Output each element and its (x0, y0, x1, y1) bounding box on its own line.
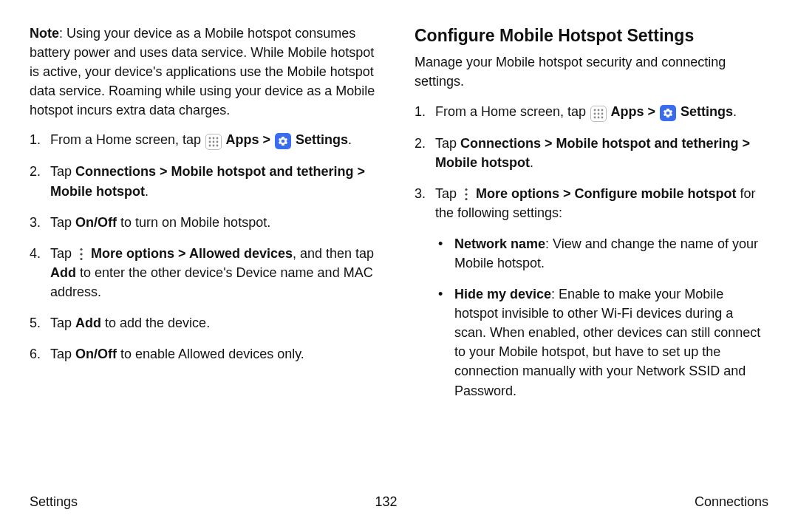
bold: Add (50, 265, 76, 280)
left-step-3: Tap On/Off to turn on Mobile hotspot. (30, 213, 383, 232)
text: : Enable to make your Mobile hotspot inv… (454, 287, 760, 398)
apps-icon (205, 134, 222, 150)
note-paragraph: Note: Using your device as a Mobile hots… (30, 24, 383, 120)
page-footer: Settings 132 Connections (30, 492, 768, 511)
right-step-2: Tap Connections > Mobile hotspot and tet… (415, 134, 768, 172)
more-options-icon (76, 246, 86, 262)
svg-point-14 (601, 109, 604, 111)
note-body: : Using your device as a Mobile hotspot … (30, 26, 375, 117)
svg-point-0 (209, 137, 211, 140)
config-bullets: Network name: View and change the name o… (435, 234, 768, 400)
chevron-icon: > (259, 132, 274, 147)
svg-point-10 (80, 253, 82, 255)
left-step-6: Tap On/Off to enable Allowed devices onl… (30, 344, 383, 364)
text: Tap (50, 246, 75, 261)
bold: Add (75, 316, 101, 330)
apps-icon (590, 106, 607, 122)
bold: Network name (454, 236, 545, 251)
section-intro: Manage your Mobile hotspot security and … (415, 52, 768, 91)
svg-point-11 (80, 258, 82, 260)
svg-point-7 (213, 145, 215, 147)
bold: On/Off (75, 347, 117, 361)
left-step-2: Tap Connections > Mobile hotspot and tet… (30, 162, 383, 200)
svg-point-17 (601, 112, 604, 115)
svg-point-21 (465, 188, 467, 191)
settings-label: Settings (677, 104, 733, 119)
footer-left: Settings (30, 492, 78, 511)
settings-icon (660, 105, 676, 121)
chevron-icon: > (541, 136, 556, 151)
svg-point-13 (598, 109, 600, 111)
apps-label: Apps (222, 132, 259, 147)
text: to turn on Mobile hotspot. (117, 215, 270, 230)
bold: More options (472, 186, 559, 201)
svg-point-15 (594, 112, 596, 115)
text: . (145, 184, 149, 199)
chevron-icon: > (156, 164, 171, 179)
chevron-icon: > (354, 164, 366, 179)
svg-point-20 (601, 116, 604, 118)
text: Tap (435, 186, 460, 201)
bold: Mobile hotspot (435, 155, 530, 170)
right-steps: From a Home screen, tap Apps > Settings.… (415, 102, 768, 400)
text: to enable Allowed devices only. (117, 347, 304, 361)
note-label: Note (30, 26, 59, 41)
chevron-icon: > (739, 136, 751, 151)
svg-point-12 (594, 109, 596, 111)
svg-point-1 (213, 137, 215, 140)
text: From a Home screen, tap (50, 132, 205, 147)
chevron-icon: > (644, 104, 659, 119)
text: From a Home screen, tap (435, 104, 590, 119)
chevron-icon: > (559, 186, 575, 201)
text: Tap (50, 347, 75, 361)
text: Tap (50, 164, 75, 179)
bold: Mobile hotspot and tethering (171, 164, 354, 179)
settings-label: Settings (292, 132, 348, 147)
bold: Mobile hotspot and tethering (556, 136, 739, 151)
bold: Hide my device (454, 287, 551, 301)
text: . (348, 132, 352, 147)
svg-point-6 (209, 145, 211, 147)
text: Tap (50, 316, 75, 330)
svg-point-4 (213, 141, 215, 143)
two-column-layout: Note: Using your device as a Mobile hots… (30, 24, 768, 412)
footer-right: Connections (695, 492, 768, 511)
bold: Mobile hotspot (50, 184, 145, 199)
svg-point-23 (465, 198, 467, 200)
text: to enter the other device's Device name … (50, 265, 373, 299)
bullet-hide-device: Hide my device: Enable to make your Mobi… (435, 284, 768, 400)
svg-point-9 (80, 248, 82, 250)
bold: Configure mobile hotspot (575, 186, 737, 201)
left-step-4: Tap More options > Allowed devices, and … (30, 244, 383, 301)
left-step-5: Tap Add to add the device. (30, 313, 383, 332)
right-column: Configure Mobile Hotspot Settings Manage… (415, 24, 768, 412)
svg-point-16 (598, 112, 600, 115)
svg-point-22 (465, 193, 467, 195)
svg-point-8 (216, 145, 219, 147)
settings-icon (275, 133, 291, 149)
bullet-network-name: Network name: View and change the name o… (435, 234, 768, 273)
text: , and then tap (293, 246, 374, 261)
left-column: Note: Using your device as a Mobile hots… (30, 24, 383, 412)
svg-point-18 (594, 116, 596, 118)
right-step-3: Tap More options > Configure mobile hots… (415, 184, 768, 400)
bold: More options (87, 246, 174, 261)
text: . (733, 104, 737, 119)
left-step-1: From a Home screen, tap Apps > Settings. (30, 130, 383, 150)
chevron-icon: > (174, 246, 189, 261)
text: . (530, 155, 533, 170)
text: Tap (50, 215, 75, 230)
more-options-icon (461, 186, 471, 202)
right-step-1: From a Home screen, tap Apps > Settings. (415, 102, 768, 122)
bold: On/Off (75, 215, 117, 230)
bold: Connections (75, 164, 156, 179)
apps-label: Apps (607, 104, 644, 119)
left-steps: From a Home screen, tap Apps > Settings.… (30, 130, 383, 364)
bold: Allowed devices (189, 246, 293, 261)
text: Tap (435, 136, 460, 151)
svg-point-3 (209, 141, 211, 143)
bold: Connections (460, 136, 541, 151)
svg-point-2 (216, 137, 219, 140)
svg-point-5 (216, 141, 219, 143)
svg-point-19 (598, 116, 600, 118)
